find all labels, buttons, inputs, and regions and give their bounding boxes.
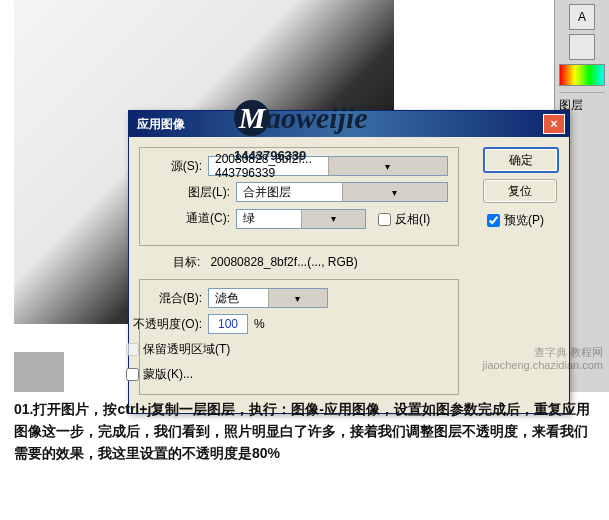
preserve-trans-label: 保留透明区域(T) [143, 341, 230, 358]
tool-letter: A [578, 10, 586, 24]
preview-checkbox-row[interactable]: 预览(P) [483, 211, 559, 230]
invert-label: 反相(I) [395, 211, 430, 228]
tool-square[interactable]: A [569, 4, 595, 30]
target-label: 目标: [173, 255, 200, 269]
background-strip [14, 352, 64, 392]
caption: 01.打开图片，按ctrl+j复制一层图层，执行：图像-应用图像，设置如图参数完… [14, 398, 594, 464]
step-number: 01 [14, 401, 30, 417]
source-label: 源(S): [150, 158, 202, 175]
layer-label: 图层(L): [150, 184, 230, 201]
preserve-trans-checkbox [126, 343, 139, 356]
ok-button[interactable]: 确定 [483, 147, 559, 173]
chevron-down-icon: ▾ [268, 289, 328, 307]
ok-label: 确定 [509, 152, 533, 169]
channel-label: 通道(C): [150, 210, 230, 227]
chevron-down-icon: ▾ [328, 157, 448, 175]
color-gradient[interactable] [559, 64, 605, 86]
target-row: 目标: 20080828_8bf2f...(..., RGB) [139, 254, 559, 271]
close-icon: × [550, 117, 557, 131]
invert-checkbox[interactable] [378, 213, 391, 226]
apply-image-dialog: 应用图像 × 确定 复位 预览(P) 源(S): 20080828_8bf2f.… [128, 110, 570, 414]
blend-dropdown[interactable]: 滤色 ▾ [208, 288, 328, 308]
layer-dropdown[interactable]: 合并图层 ▾ [236, 182, 448, 202]
mask-row[interactable]: 蒙版(K)... [122, 365, 448, 384]
tool-square-2[interactable] [569, 34, 595, 60]
chevron-down-icon: ▾ [301, 210, 366, 228]
source-value: 20080828_8bf2f... 443796339 [209, 152, 328, 180]
source-fieldset: 源(S): 20080828_8bf2f... 443796339 ▾ 图层(L… [139, 147, 459, 246]
target-value: 20080828_8bf2f...(..., RGB) [210, 255, 357, 269]
channel-value: 绿 [237, 210, 301, 227]
dialog-title: 应用图像 [133, 116, 185, 133]
channel-dropdown[interactable]: 绿 ▾ [236, 209, 366, 229]
caption-body: .打开图片，按ctrl+j复制一层图层，执行：图像-应用图像，设置如图参数完成后… [14, 401, 590, 461]
close-button[interactable]: × [543, 114, 565, 134]
preserve-trans-row: 保留透明区域(T) [122, 340, 448, 359]
blend-fieldset: 混合(B): 滤色 ▾ 不透明度(O): % 保留透明区域(T) 蒙版(K)..… [139, 279, 459, 395]
preview-checkbox[interactable] [487, 214, 500, 227]
reset-button[interactable]: 复位 [483, 179, 557, 203]
mask-label: 蒙版(K)... [143, 366, 193, 383]
opacity-unit: % [254, 317, 265, 331]
chevron-down-icon: ▾ [342, 183, 448, 201]
opacity-input[interactable] [208, 314, 248, 334]
blend-label: 混合(B): [150, 290, 202, 307]
dialog-buttons: 确定 复位 预览(P) [483, 147, 559, 230]
dialog-body: 确定 复位 预览(P) 源(S): 20080828_8bf2f... 4437… [129, 137, 569, 413]
reset-label: 复位 [508, 183, 532, 200]
opacity-label: 不透明度(O): [122, 316, 202, 333]
layer-value: 合并图层 [237, 184, 342, 201]
blend-value: 滤色 [209, 290, 268, 307]
preview-label: 预览(P) [504, 212, 544, 229]
dialog-titlebar[interactable]: 应用图像 × [129, 111, 569, 137]
invert-checkbox-row[interactable]: 反相(I) [374, 210, 430, 229]
source-dropdown[interactable]: 20080828_8bf2f... 443796339 ▾ [208, 156, 448, 176]
mask-checkbox[interactable] [126, 368, 139, 381]
